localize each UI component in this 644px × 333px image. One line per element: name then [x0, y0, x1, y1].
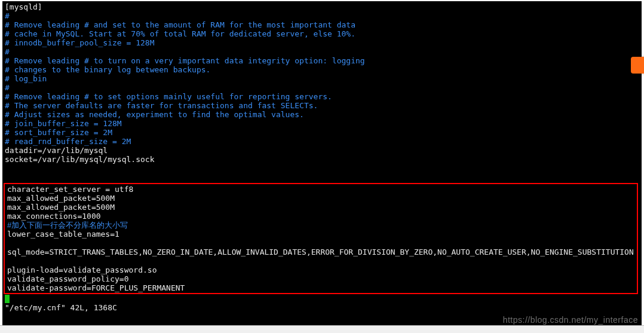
blank-line [2, 164, 642, 173]
config-comment: # The server defaults are faster for tra… [2, 101, 642, 110]
config-comment: # Remove leading # and set to the amount… [2, 20, 642, 29]
config-section-header: [mysqld] [2, 2, 642, 11]
config-setting: max_allowed_packet=500M [5, 194, 637, 203]
config-setting-sqlmode: sql_mode=STRICT_TRANS_TABLES,NO_ZERO_IN_… [5, 248, 637, 256]
config-setting: plugin-load=validate_password.so [5, 265, 637, 274]
terminal-window[interactable]: [mysqld] # # Remove leading # and set to… [2, 1, 642, 326]
config-setting: max_allowed_packet=500M [5, 203, 637, 212]
config-setting: validate_password_policy=0 [5, 274, 637, 283]
cursor-line [2, 294, 642, 303]
config-setting: socket=/var/lib/mysql/mysql.sock [2, 155, 642, 164]
config-comment-cn: #加入下面一行会不分库名的大小写 [5, 221, 637, 230]
config-setting: lower_case_table_names=1 [5, 230, 637, 239]
config-setting: character_set_server = utf8 [5, 185, 637, 194]
config-comment: # log_bin [2, 74, 642, 83]
config-comment: # Adjust sizes as needed, experiment to … [2, 110, 642, 119]
config-comment: # changes to the binary log between back… [2, 65, 642, 74]
config-comment: # sort_buffer_size = 2M [2, 128, 642, 137]
config-setting: validate-password=FORCE_PLUS_PERMANENT [5, 283, 637, 292]
config-comment: # [2, 47, 642, 56]
config-comment: # innodb_buffer_pool_size = 128M [2, 38, 642, 47]
blank-line [5, 239, 637, 248]
window-footer-bar [0, 325, 644, 333]
terminal-cursor [5, 295, 10, 303]
config-comment: # Remove leading # to turn on a very imp… [2, 56, 642, 65]
highlighted-region: character_set_server = utf8 max_allowed_… [4, 183, 638, 294]
blank-line [2, 173, 642, 182]
config-comment: # cache in MySQL. Start at 70% of total … [2, 29, 642, 38]
config-setting: max_connections=1000 [5, 212, 637, 221]
config-comment: # join_buffer_size = 128M [2, 119, 642, 128]
blank-line [5, 256, 637, 265]
vim-status-line: "/etc/my.cnf" 42L, 1368C [2, 303, 642, 312]
config-setting: datadir=/var/lib/mysql [2, 146, 642, 155]
side-app-badge [631, 57, 644, 74]
config-comment: # [2, 83, 642, 92]
config-comment: # Remove leading # to set options mainly… [2, 92, 642, 101]
config-comment: # [2, 11, 642, 20]
config-comment: # read_rnd_buffer_size = 2M [2, 137, 642, 146]
